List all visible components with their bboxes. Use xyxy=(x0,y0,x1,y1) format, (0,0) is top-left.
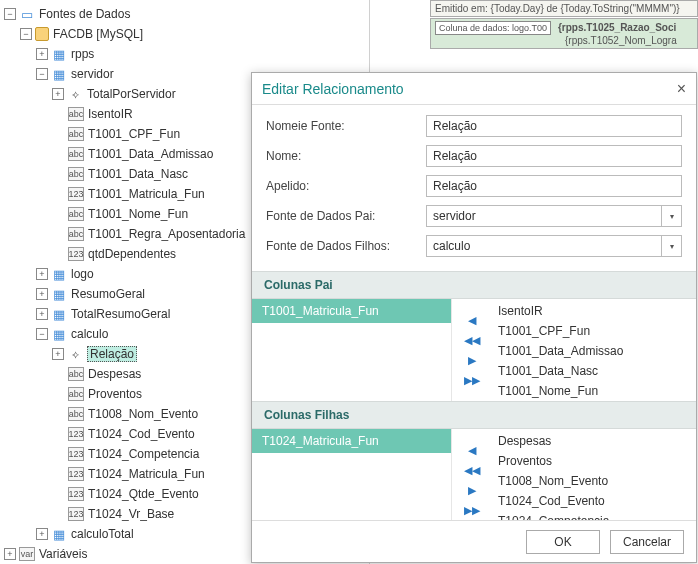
input-nomeie-fonte[interactable] xyxy=(426,115,682,137)
tree-label: T1001_CPF_Fun xyxy=(88,127,180,141)
table-icon: ▦ xyxy=(51,287,67,301)
edit-relation-dialog: Editar Relacionamento × Nomeie Fonte: No… xyxy=(251,72,697,563)
tree-label: FACDB [MySQL] xyxy=(53,27,143,41)
field-abc-icon: abc xyxy=(68,147,84,161)
report-header-row: Emitido em: {Today.Day} de {Today.ToStri… xyxy=(430,0,698,17)
tree-root[interactable]: − ▭ Fontes de Dados xyxy=(0,4,369,24)
expand-icon[interactable]: + xyxy=(36,48,48,60)
report-text: Emitido em: {Today.Day} de {Today.ToStri… xyxy=(435,3,680,14)
section-colunas-pai: Colunas Pai xyxy=(252,271,696,299)
input-apelido[interactable] xyxy=(426,175,682,197)
tree-label: T1024_Cod_Evento xyxy=(88,427,195,441)
row-apelido: Apelido: xyxy=(266,175,682,197)
select-fonte-pai[interactable]: servidor ▾ xyxy=(426,205,682,227)
field-abc-icon: abc xyxy=(68,167,84,181)
expand-icon[interactable]: + xyxy=(36,308,48,320)
field-123-icon: 123 xyxy=(68,467,84,481)
close-icon[interactable]: × xyxy=(677,80,686,98)
collapse-icon[interactable]: − xyxy=(4,8,16,20)
list-item[interactable]: Proventos xyxy=(492,451,696,471)
list-item[interactable]: Despesas xyxy=(492,431,696,451)
table-icon: ▦ xyxy=(51,307,67,321)
variables-icon: var xyxy=(19,547,35,561)
input-nome[interactable] xyxy=(426,145,682,167)
expand-icon[interactable]: + xyxy=(52,88,64,100)
select-fonte-filhos[interactable]: calculo ▾ xyxy=(426,235,682,257)
tree-label: Variáveis xyxy=(39,547,87,561)
selected-parent-cols: T1001_Matricula_Fun xyxy=(252,299,452,401)
field-abc-icon: abc xyxy=(68,387,84,401)
tree-label: T1024_Matricula_Fun xyxy=(88,467,205,481)
dialog-title-text: Editar Relacionamento xyxy=(262,81,404,97)
tree-label: TotalResumoGeral xyxy=(71,307,170,321)
colunas-filhas-area: T1024_Matricula_Fun ◀ ◀◀ ▶ ▶▶ Despesas P… xyxy=(252,429,696,520)
table-icon: ▦ xyxy=(51,67,67,81)
expand-icon[interactable]: + xyxy=(36,268,48,280)
collapse-icon[interactable]: − xyxy=(36,68,48,80)
chevron-down-icon: ▾ xyxy=(661,236,681,256)
list-item[interactable]: T1001_Nome_Fun xyxy=(492,381,696,401)
tree-label: calculoTotal xyxy=(71,527,134,541)
list-item[interactable]: T1008_Nom_Evento xyxy=(492,471,696,491)
report-preview: Emitido em: {Today.Day} de {Today.ToStri… xyxy=(430,0,698,72)
field-abc-icon: abc xyxy=(68,367,84,381)
ok-button[interactable]: OK xyxy=(526,530,600,554)
list-item[interactable]: IsentoIR xyxy=(492,301,696,321)
move-right-icon[interactable]: ▶ xyxy=(463,352,481,368)
expand-icon[interactable]: + xyxy=(52,348,64,360)
row-filhos: Fonte de Dados Filhos: calculo ▾ xyxy=(266,235,682,257)
collapse-icon[interactable]: − xyxy=(36,328,48,340)
list-item[interactable]: T1024_Cod_Evento xyxy=(492,491,696,511)
tree-label: qtdDependentes xyxy=(88,247,176,261)
tree-label: T1001_Data_Nasc xyxy=(88,167,188,181)
tree-label: logo xyxy=(71,267,94,281)
move-right-icon[interactable]: ▶ xyxy=(463,482,481,498)
tree-label-selected: Relação xyxy=(87,346,137,362)
relation-icon: ⟡ xyxy=(67,87,83,101)
dialog-footer: OK Cancelar xyxy=(252,520,696,562)
tree-label: rpps xyxy=(71,47,94,61)
tree-db[interactable]: − FACDB [MySQL] xyxy=(0,24,369,44)
selected-col-item[interactable]: T1001_Matricula_Fun xyxy=(252,299,451,323)
report-data-row: Coluna de dados: logo.T00 {rpps.T1025_Ra… xyxy=(430,18,698,49)
move-all-right-icon[interactable]: ▶▶ xyxy=(463,502,481,518)
list-item[interactable]: T1001_Data_Admissao xyxy=(492,341,696,361)
expand-icon[interactable]: + xyxy=(36,288,48,300)
tree-label: T1024_Vr_Base xyxy=(88,507,174,521)
tree-rpps[interactable]: + ▦ rpps xyxy=(0,44,369,64)
move-left-icon[interactable]: ◀ xyxy=(463,442,481,458)
label-pai: Fonte de Dados Pai: xyxy=(266,209,426,223)
field-123-icon: 123 xyxy=(68,507,84,521)
report-text: {rpps.T1052_Nom_Logra xyxy=(565,35,677,46)
cancel-button[interactable]: Cancelar xyxy=(610,530,684,554)
list-item[interactable]: T1024_Competencia xyxy=(492,511,696,520)
database-icon xyxy=(35,27,49,41)
selected-child-cols: T1024_Matricula_Fun xyxy=(252,429,452,520)
field-abc-icon: abc xyxy=(68,407,84,421)
move-buttons: ◀ ◀◀ ▶ ▶▶ xyxy=(452,429,492,520)
tree-label: T1008_Nom_Evento xyxy=(88,407,198,421)
expand-icon[interactable]: + xyxy=(4,548,16,560)
move-all-right-icon[interactable]: ▶▶ xyxy=(463,372,481,388)
collapse-icon[interactable]: − xyxy=(20,28,32,40)
move-left-icon[interactable]: ◀ xyxy=(463,312,481,328)
relation-icon: ⟡ xyxy=(67,347,83,361)
tree-label: T1001_Nome_Fun xyxy=(88,207,188,221)
tree-label: TotalPorServidor xyxy=(87,87,176,101)
select-value: calculo xyxy=(433,239,470,253)
move-all-left-icon[interactable]: ◀◀ xyxy=(463,332,481,348)
field-abc-icon: abc xyxy=(68,107,84,121)
expand-icon[interactable]: + xyxy=(36,528,48,540)
available-child-cols: Despesas Proventos T1008_Nom_Evento T102… xyxy=(492,429,696,520)
tree-label: IsentoIR xyxy=(88,107,133,121)
list-item[interactable]: T1001_Data_Nasc xyxy=(492,361,696,381)
colunas-pai-area: T1001_Matricula_Fun ◀ ◀◀ ▶ ▶▶ IsentoIR T… xyxy=(252,299,696,401)
report-text: {rpps.T1025_Razao_Soci xyxy=(558,22,676,33)
selected-col-item[interactable]: T1024_Matricula_Fun xyxy=(252,429,451,453)
move-buttons: ◀ ◀◀ ▶ ▶▶ xyxy=(452,299,492,401)
label-apelido: Apelido: xyxy=(266,179,426,193)
move-all-left-icon[interactable]: ◀◀ xyxy=(463,462,481,478)
list-item[interactable]: T1001_CPF_Fun xyxy=(492,321,696,341)
field-123-icon: 123 xyxy=(68,187,84,201)
tree-label: T1024_Qtde_Evento xyxy=(88,487,199,501)
